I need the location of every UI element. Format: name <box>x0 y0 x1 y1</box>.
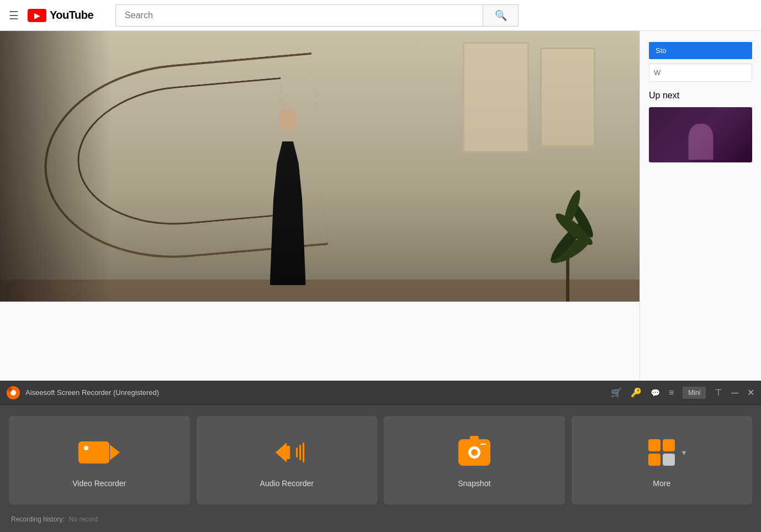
wave-1 <box>296 447 298 457</box>
cart-icon[interactable]: 🛒 <box>611 387 622 398</box>
logo-inner <box>10 390 16 396</box>
recorder-title: Aiseesoft Screen Recorder (Unregistered) <box>25 388 611 397</box>
more-sq-4 <box>663 454 675 466</box>
more-chevron-icon[interactable]: ▾ <box>682 448 686 457</box>
menu-icon[interactable]: ≡ <box>669 388 674 398</box>
page-wrapper: ☰ ▶ YouTube 🔍 <box>0 0 761 532</box>
search-button[interactable]: 🔍 <box>483 4 519 27</box>
camera-lens <box>468 446 480 459</box>
key-icon[interactable]: 🔑 <box>631 387 642 398</box>
audio-icon <box>269 438 304 467</box>
recorder-footer: Recording history: No record <box>9 515 752 523</box>
video-background <box>0 31 640 302</box>
autoplay-label: Sto <box>656 46 667 55</box>
more-icon: ▾ <box>648 439 675 466</box>
youtube-logo[interactable]: ▶ YouTube <box>28 9 93 22</box>
recording-history-label: Recording history: <box>11 515 65 523</box>
more-sq-3 <box>648 454 660 466</box>
camera-minus <box>480 444 486 445</box>
window-1 <box>463 42 529 152</box>
snapshot-icon-container <box>457 435 492 470</box>
shadow-left <box>0 31 110 302</box>
figure-silhouette <box>255 108 321 285</box>
video-play-triangle <box>110 445 120 460</box>
window-2 <box>540 48 595 147</box>
audio-recorder-card[interactable]: Audio Recorder <box>197 416 378 504</box>
pin-icon[interactable]: ⊤ <box>715 387 722 398</box>
autoplay-button[interactable]: Sto <box>649 42 752 59</box>
figure-head <box>279 108 297 130</box>
search-icon: 🔍 <box>495 9 507 22</box>
recorder-titlebar-icons: 🛒 🔑 💬 ≡ Mini ⊤ ─ ✕ <box>611 387 754 399</box>
search-input[interactable] <box>115 4 483 27</box>
search-container: 🔍 <box>115 4 519 27</box>
recorder-logo-icon <box>7 386 20 399</box>
video-recorder-label: Video Recorder <box>72 479 126 488</box>
wave-2 <box>299 445 301 460</box>
video-frame <box>0 31 640 302</box>
audio-recorder-icon-container <box>269 435 304 470</box>
video-recorder-icon-container <box>82 435 117 470</box>
video-body <box>78 441 109 463</box>
up-next-section: Up next <box>649 91 752 162</box>
recorder-body: Video Recorder <box>0 405 761 532</box>
youtube-logo-icon: ▶ <box>28 9 46 22</box>
snapshot-card[interactable]: Snapshot <box>384 416 565 504</box>
hamburger-menu-icon[interactable]: ☰ <box>9 9 19 22</box>
speaker-cone <box>276 443 287 462</box>
snapshot-label: Snapshot <box>458 479 490 488</box>
autoplay-sub: W <box>649 64 752 82</box>
thumb-figure <box>688 124 713 160</box>
camera-bump <box>470 436 479 440</box>
audio-recorder-label: Audio Recorder <box>260 479 314 488</box>
minimize-icon[interactable]: ─ <box>731 388 738 398</box>
recorder-tools: Video Recorder <box>9 416 752 504</box>
more-grid <box>648 439 675 466</box>
figure-body <box>270 141 306 285</box>
more-sq-1 <box>648 439 660 451</box>
speaker-shape <box>283 446 290 459</box>
more-label: More <box>653 479 670 488</box>
sound-waves <box>296 443 304 462</box>
camera-iris <box>471 449 478 456</box>
mini-button[interactable]: Mini <box>683 387 706 399</box>
recording-history-value: No record <box>69 515 98 523</box>
camera-body <box>458 439 490 466</box>
up-next-label: Up next <box>649 91 752 101</box>
video-player[interactable] <box>0 31 640 302</box>
more-sq-2 <box>663 439 675 451</box>
wave-3 <box>303 443 304 462</box>
video-icon <box>78 441 120 463</box>
close-icon[interactable]: ✕ <box>747 387 754 398</box>
more-icon-container: ▾ <box>644 435 679 470</box>
youtube-header: ☰ ▶ YouTube 🔍 <box>0 0 761 31</box>
video-recorder-card[interactable]: Video Recorder <box>9 416 190 504</box>
recorder-titlebar: Aiseesoft Screen Recorder (Unregistered)… <box>0 381 761 405</box>
chat-icon[interactable]: 💬 <box>651 388 660 397</box>
video-dot <box>84 446 88 450</box>
more-card[interactable]: ▾ More <box>572 416 753 504</box>
up-next-thumbnail[interactable] <box>649 107 752 162</box>
plant-decoration <box>518 147 617 302</box>
screen-recorder-app: Aiseesoft Screen Recorder (Unregistered)… <box>0 381 761 532</box>
youtube-logo-text: YouTube <box>50 9 93 22</box>
